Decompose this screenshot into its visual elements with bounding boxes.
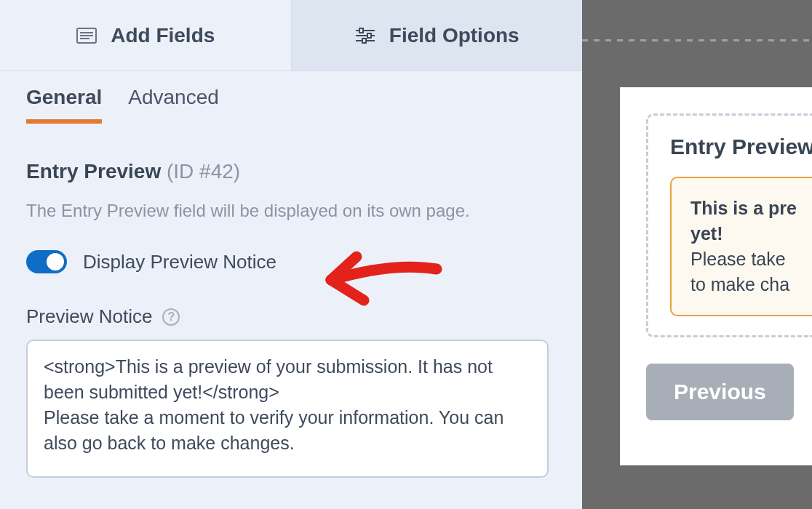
tab-field-options[interactable]: Field Options [291, 0, 583, 71]
preview-notice-line-1: Please take [690, 249, 786, 269]
preview-panel: Entry Preview This is a pre yet! Please … [582, 0, 812, 509]
preview-notice-line-2: to make cha [690, 274, 789, 294]
tab-add-fields[interactable]: Add Fields [0, 0, 291, 71]
list-icon [76, 25, 97, 47]
toggle-display-preview-notice[interactable] [26, 250, 67, 273]
subtab-advanced[interactable]: Advanced [128, 86, 219, 124]
tab-add-fields-label: Add Fields [111, 24, 215, 47]
subtab-general[interactable]: General [26, 86, 102, 124]
preview-notice-label: Preview Notice [26, 305, 152, 328]
toggle-label: Display Preview Notice [83, 251, 276, 273]
previous-button[interactable]: Previous [646, 364, 794, 420]
preview-notice-bold-2: yet! [690, 223, 723, 244]
svg-rect-5 [359, 28, 363, 33]
svg-rect-9 [362, 39, 366, 43]
help-icon[interactable]: ? [162, 308, 180, 326]
preview-notice-textarea[interactable] [26, 340, 549, 478]
preview-heading: Entry Preview [670, 135, 812, 159]
preview-notice-bold-1: This is a pre [690, 198, 797, 218]
field-id: (ID #42) [167, 160, 240, 183]
field-title: Entry Preview (ID #42) [26, 160, 556, 183]
svg-rect-7 [367, 33, 371, 38]
field-description: The Entry Preview field will be displaye… [26, 201, 556, 221]
field-name: Entry Preview [26, 160, 161, 183]
preview-notice-box: This is a pre yet! Please take to make c… [670, 177, 812, 316]
tab-field-options-label: Field Options [389, 24, 520, 47]
preview-field-container: Entry Preview This is a pre yet! Please … [646, 113, 812, 337]
sliders-icon [354, 25, 376, 47]
